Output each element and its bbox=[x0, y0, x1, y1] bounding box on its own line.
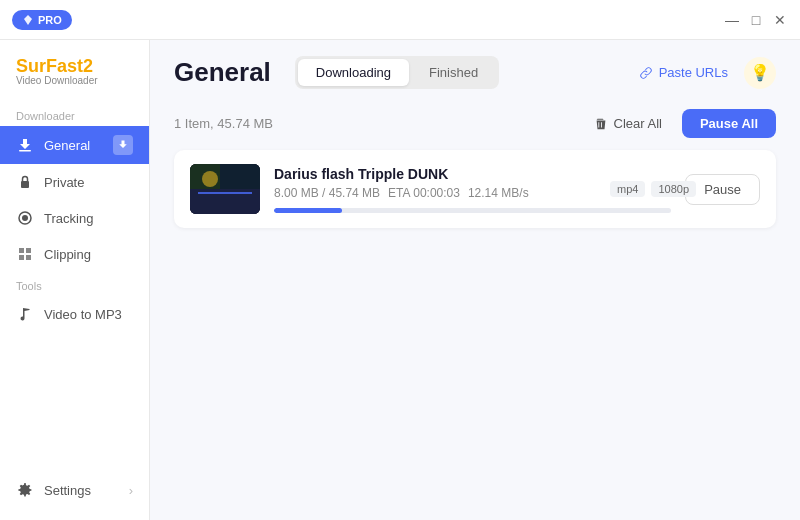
clear-all-button[interactable]: Clear All bbox=[584, 110, 672, 137]
header-actions: Paste URLs 💡 bbox=[639, 57, 776, 89]
thumbnail-image bbox=[190, 164, 260, 214]
sidebar: SurFast2 Video Downloader Downloader Gen… bbox=[0, 40, 150, 520]
minimize-button[interactable]: — bbox=[724, 12, 740, 28]
trash-icon bbox=[594, 117, 608, 131]
sidebar-item-general[interactable]: General bbox=[0, 126, 149, 164]
logo: SurFast2 Video Downloader bbox=[0, 52, 149, 102]
logo-subtitle: Video Downloader bbox=[16, 75, 133, 86]
size-info: 8.00 MB / 45.74 MB bbox=[274, 186, 380, 200]
main-content: General Downloading Finished Paste URLs … bbox=[150, 40, 800, 520]
titlebar: PRO — □ ✕ bbox=[0, 0, 800, 40]
music-icon bbox=[16, 305, 34, 323]
svg-rect-9 bbox=[198, 192, 252, 194]
sidebar-item-private[interactable]: Private bbox=[0, 164, 149, 200]
settings-item[interactable]: Settings › bbox=[0, 472, 149, 508]
video-thumbnail bbox=[190, 164, 260, 214]
progress-bar bbox=[274, 208, 342, 213]
tab-finished[interactable]: Finished bbox=[411, 59, 496, 86]
download-title: Darius flash Tripple DUNK bbox=[274, 166, 671, 182]
sidebar-item-video-to-mp3[interactable]: Video to MP3 bbox=[0, 296, 149, 332]
pause-all-button[interactable]: Pause All bbox=[682, 109, 776, 138]
link-icon bbox=[639, 66, 653, 80]
content-toolbar: 1 Item, 45.74 MB Clear All Pause All bbox=[174, 101, 776, 150]
format-tag: mp4 bbox=[610, 181, 645, 197]
tracking-icon bbox=[16, 209, 34, 227]
progress-bar-container bbox=[274, 208, 671, 213]
paste-urls-button[interactable]: Paste URLs bbox=[639, 65, 728, 80]
svg-rect-7 bbox=[220, 164, 260, 189]
diamond-icon bbox=[22, 14, 34, 26]
svg-rect-1 bbox=[21, 181, 29, 188]
speed-info: 12.14 MB/s bbox=[468, 186, 529, 200]
maximize-button[interactable]: □ bbox=[748, 12, 764, 28]
lock-icon bbox=[16, 173, 34, 191]
svg-rect-0 bbox=[19, 150, 31, 152]
page-title: General bbox=[174, 57, 271, 88]
item-count: 1 Item, 45.74 MB bbox=[174, 116, 273, 131]
tab-group: Downloading Finished bbox=[295, 56, 499, 89]
svg-point-2 bbox=[22, 215, 28, 221]
sidebar-item-tracking[interactable]: Tracking bbox=[0, 200, 149, 236]
svg-point-8 bbox=[202, 171, 218, 187]
pause-button[interactable]: Pause bbox=[685, 174, 760, 205]
quality-tag: 1080p bbox=[651, 181, 696, 197]
app-body: SurFast2 Video Downloader Downloader Gen… bbox=[0, 40, 800, 520]
download-item: Darius flash Tripple DUNK 8.00 MB / 45.7… bbox=[174, 150, 776, 228]
settings-chevron-icon: › bbox=[129, 483, 133, 498]
download-icon bbox=[16, 136, 34, 154]
tab-downloading[interactable]: Downloading bbox=[298, 59, 409, 86]
sidebar-item-clipping[interactable]: Clipping bbox=[0, 236, 149, 272]
close-button[interactable]: ✕ bbox=[772, 12, 788, 28]
logo-name: SurFast2 bbox=[16, 56, 133, 77]
downloader-section-label: Downloader bbox=[0, 102, 149, 126]
content-area: 1 Item, 45.74 MB Clear All Pause All bbox=[150, 101, 800, 520]
clipping-icon bbox=[16, 245, 34, 263]
bulb-button[interactable]: 💡 bbox=[744, 57, 776, 89]
format-tags: mp4 1080p bbox=[610, 181, 696, 197]
gear-icon bbox=[16, 481, 34, 499]
tools-section-label: Tools bbox=[0, 272, 149, 296]
window-controls: — □ ✕ bbox=[724, 12, 788, 28]
eta-info: ETA 00:00:03 bbox=[388, 186, 460, 200]
pro-badge[interactable]: PRO bbox=[12, 10, 72, 30]
toolbar-actions: Clear All Pause All bbox=[584, 109, 776, 138]
main-header: General Downloading Finished Paste URLs … bbox=[150, 40, 800, 101]
general-badge bbox=[113, 135, 133, 155]
